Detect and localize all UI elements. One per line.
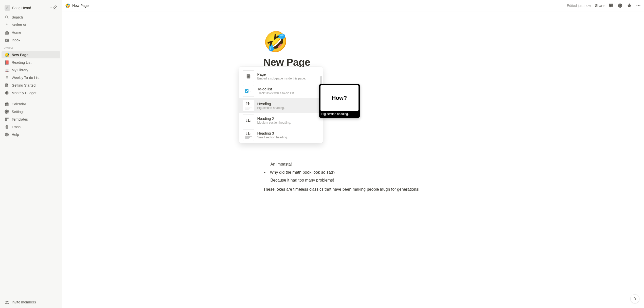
sidebar-home[interactable]: Home xyxy=(2,29,60,36)
page-content: 🤣 New Page Type to filter... Page Embed … xyxy=(239,11,467,223)
h3-thumb-icon: H3 xyxy=(243,129,254,141)
sidebar-calendar[interactable]: Calendar xyxy=(2,101,60,108)
breadcrumb[interactable]: 🤣 New Page xyxy=(65,3,89,8)
svg-point-0 xyxy=(5,16,8,18)
svg-rect-16 xyxy=(7,118,8,119)
help-icon xyxy=(5,132,10,137)
text-line[interactable]: An impasta! xyxy=(271,161,443,168)
slash-item-heading-1[interactable]: H1 Heading 1 Big section heading. xyxy=(239,98,323,113)
sidebar-notion-ai[interactable]: Notion AI xyxy=(2,21,60,28)
sidebar-invite-members[interactable]: Invite members xyxy=(2,299,60,306)
sidebar-templates[interactable]: Templates xyxy=(2,116,60,123)
sidebar-section-private: Private xyxy=(0,44,62,51)
svg-line-1 xyxy=(7,18,8,19)
slash-item-title: Heading 3 xyxy=(257,131,288,135)
sidebar-search[interactable]: Search xyxy=(2,14,60,21)
svg-point-26 xyxy=(639,5,640,6)
sidebar-calendar-label: Calendar xyxy=(12,102,57,106)
slash-item-page[interactable]: Page Embed a sub-page inside this page. xyxy=(239,69,323,84)
h2-thumb-icon: H2 xyxy=(243,115,254,126)
sidebar-page-new-page[interactable]: 🤣 New Page xyxy=(2,51,60,58)
sidebar-page-label: Getting Started xyxy=(12,83,57,87)
slash-item-tooltip: How? Big section heading. xyxy=(319,84,360,118)
breadcrumb-emoji-icon: 🤣 xyxy=(65,3,70,8)
workspace-switcher[interactable]: S Song Heard... xyxy=(2,2,60,13)
h1-thumb-icon: H1 xyxy=(243,100,254,111)
slash-item-title: Page xyxy=(257,72,306,76)
slash-item-desc: Big section heading. xyxy=(257,106,285,110)
workspace-name: Song Heard... xyxy=(12,6,49,10)
calendar-icon xyxy=(5,102,10,107)
sidebar-templates-label: Templates xyxy=(12,117,57,121)
sidebar-page-label: New Page xyxy=(12,53,57,57)
page-icon xyxy=(5,83,10,88)
sidebar-ai-label: Notion AI xyxy=(12,23,57,27)
page-icon[interactable]: 🤣 xyxy=(263,32,443,52)
topbar: 🤣 New Page Edited just now Share xyxy=(62,0,644,11)
svg-point-20 xyxy=(7,301,8,302)
sidebar-page-reading-list[interactable]: 📕 Reading List xyxy=(2,59,60,66)
svg-rect-17 xyxy=(5,120,7,121)
tooltip-preview-image: How? xyxy=(320,85,359,111)
slash-item-desc: Embed a sub-page inside this page. xyxy=(257,77,306,80)
sidebar-page-label: Weekly To-do List xyxy=(12,76,57,80)
star-icon[interactable] xyxy=(627,3,632,8)
edited-timestamp: Edited just now xyxy=(567,4,591,8)
more-icon[interactable] xyxy=(636,3,641,8)
toggle-answer[interactable]: Because it had too many problems! xyxy=(271,177,443,184)
home-icon xyxy=(5,30,10,35)
tooltip-caption: Big section heading. xyxy=(320,111,359,117)
slash-item-desc: Small section heading. xyxy=(257,136,288,139)
people-icon xyxy=(5,300,10,305)
page-title[interactable]: New Page xyxy=(263,57,443,68)
floating-help-button[interactable] xyxy=(630,294,639,303)
breadcrumb-title: New Page xyxy=(72,4,89,8)
sidebar-page-monthly-budget[interactable]: Monthly Budget xyxy=(2,89,60,96)
sidebar-page-label: Reading List xyxy=(12,60,57,64)
page-emoji-icon: 📕 xyxy=(5,60,10,65)
sidebar-trash[interactable]: Trash xyxy=(2,123,60,131)
slash-item-title: To-do list xyxy=(257,87,295,91)
toggle-triangle-icon[interactable]: ▼ xyxy=(263,169,269,175)
page-emoji-icon: 📖 xyxy=(5,68,10,73)
paragraph[interactable]: These jokes are timeless classics that h… xyxy=(263,186,443,193)
svg-point-25 xyxy=(638,5,639,6)
slash-item-heading-2[interactable]: H2 Heading 2 Medium section heading. xyxy=(239,113,323,128)
sidebar-inbox[interactable]: Inbox xyxy=(2,37,60,44)
sidebar-help[interactable]: Help xyxy=(2,131,60,138)
inbox-icon xyxy=(5,38,10,43)
comment-icon[interactable] xyxy=(609,3,614,8)
page-thumb-icon xyxy=(243,70,254,82)
slash-command-menu: Page Embed a sub-page inside this page. xyxy=(239,67,323,143)
page-emoji-icon: 🤣 xyxy=(5,52,10,57)
sidebar-page-my-library[interactable]: 📖 My Library xyxy=(2,67,60,74)
svg-point-24 xyxy=(637,5,637,6)
slash-item-heading-3[interactable]: H3 Heading 3 Small section heading. xyxy=(239,128,323,142)
toggle-question[interactable]: Why did the math book look so sad? xyxy=(270,169,335,176)
svg-point-9 xyxy=(6,92,8,94)
svg-point-19 xyxy=(6,301,7,302)
svg-rect-15 xyxy=(5,118,7,119)
sidebar-page-weekly-todo[interactable]: Weekly To-do List xyxy=(2,74,60,81)
slash-item-todo[interactable]: To-do list Track tasks with a to-do list… xyxy=(239,84,323,98)
donut-icon xyxy=(5,90,10,95)
slash-item-table[interactable]: Table xyxy=(239,142,323,143)
sidebar-settings[interactable]: Settings xyxy=(2,108,60,115)
slash-item-desc: Medium section heading. xyxy=(257,121,291,124)
slash-item-title: Heading 2 xyxy=(257,117,291,121)
slash-item-desc: Track tasks with a to-do list. xyxy=(257,91,295,95)
compose-button[interactable] xyxy=(52,5,57,11)
sidebar-page-label: Monthly Budget xyxy=(12,91,57,95)
sidebar-inbox-label: Inbox xyxy=(12,38,57,42)
sparkle-icon xyxy=(5,22,10,27)
sidebar-invite-label: Invite members xyxy=(12,300,57,304)
slash-item-title: Heading 1 xyxy=(257,102,285,106)
templates-icon xyxy=(5,117,10,122)
clock-icon[interactable] xyxy=(618,3,623,8)
sidebar-page-getting-started[interactable]: Getting Started xyxy=(2,82,60,89)
sidebar-settings-label: Settings xyxy=(12,110,57,114)
page-body[interactable]: An impasta! ▼ Why did the math book look… xyxy=(263,161,443,192)
sidebar-help-label: Help xyxy=(12,133,57,137)
chevron-down-icon xyxy=(50,6,52,10)
share-button[interactable]: Share xyxy=(595,4,604,8)
